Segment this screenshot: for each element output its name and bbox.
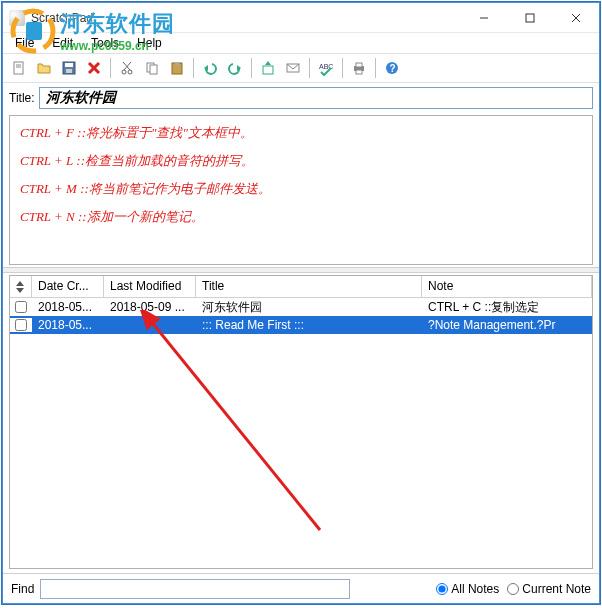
column-header-title[interactable]: Title xyxy=(196,276,422,297)
row-checkbox-cell[interactable] xyxy=(10,300,32,314)
radio-current-note-label: Current Note xyxy=(522,582,591,596)
close-button[interactable] xyxy=(553,3,599,33)
menu-help[interactable]: Help xyxy=(129,34,170,52)
cell-modified: 2018-05-09 ... xyxy=(104,299,196,315)
column-header-created[interactable]: Date Cr... xyxy=(32,276,104,297)
row-checkbox-cell[interactable] xyxy=(10,318,32,332)
radio-current-note-input[interactable] xyxy=(507,583,519,595)
note-editor[interactable]: CTRL + F ::将光标置于"查找"文本框中。CTRL + L ::检查当前… xyxy=(9,115,593,265)
svg-line-17 xyxy=(123,62,130,70)
new-note-button[interactable] xyxy=(7,56,31,80)
toolbar-separator xyxy=(193,58,194,78)
table-row[interactable]: 2018-05...::: Read Me First :::?Note Man… xyxy=(10,316,592,334)
titlebar: ScratchPad xyxy=(3,3,599,33)
column-header-modified[interactable]: Last Modified xyxy=(104,276,196,297)
svg-rect-6 xyxy=(14,62,23,74)
menu-edit[interactable]: Edit xyxy=(44,34,81,52)
cell-modified xyxy=(104,324,196,326)
maximize-button[interactable] xyxy=(507,3,553,33)
toolbar-separator xyxy=(110,58,111,78)
svg-rect-10 xyxy=(65,63,73,67)
paste-button[interactable] xyxy=(165,56,189,80)
radio-all-notes-label: All Notes xyxy=(451,582,499,596)
title-label: Title: xyxy=(9,91,35,105)
editor-line: CTRL + F ::将光标置于"查找"文本框中。 xyxy=(20,124,582,142)
open-button[interactable] xyxy=(32,56,56,80)
svg-text:?: ? xyxy=(390,63,396,74)
radio-all-notes-input[interactable] xyxy=(436,583,448,595)
copy-button[interactable] xyxy=(140,56,164,80)
find-input[interactable] xyxy=(40,579,350,599)
title-row: Title: xyxy=(3,83,599,113)
menu-tools[interactable]: Tools xyxy=(83,34,127,52)
print-button[interactable] xyxy=(347,56,371,80)
svg-rect-3 xyxy=(526,14,534,22)
row-checkbox[interactable] xyxy=(15,301,27,313)
toolbar-separator xyxy=(251,58,252,78)
app-window: ScratchPad File Edit Tools Help xyxy=(2,2,600,604)
delete-button[interactable] xyxy=(82,56,106,80)
cell-title: ::: Read Me First ::: xyxy=(196,317,422,333)
list-header: Date Cr... Last Modified Title Note xyxy=(10,276,592,298)
spellcheck-button[interactable]: ABC xyxy=(314,56,338,80)
cell-note: CTRL + C ::复制选定 xyxy=(422,298,592,317)
undo-button[interactable] xyxy=(198,56,222,80)
svg-marker-25 xyxy=(265,61,271,65)
save-button[interactable] xyxy=(57,56,81,80)
radio-current-note[interactable]: Current Note xyxy=(507,582,591,596)
find-label: Find xyxy=(11,582,34,596)
toolbar-separator xyxy=(375,58,376,78)
column-header-checkbox[interactable] xyxy=(10,276,32,297)
svg-rect-21 xyxy=(175,62,179,65)
toolbar: ABC ? xyxy=(3,53,599,83)
app-icon xyxy=(9,10,25,26)
minimize-button[interactable] xyxy=(461,3,507,33)
cell-created: 2018-05... xyxy=(32,317,104,333)
cell-created: 2018-05... xyxy=(32,299,104,315)
svg-rect-11 xyxy=(66,69,72,73)
svg-point-15 xyxy=(128,70,132,74)
import-button[interactable] xyxy=(256,56,280,80)
editor-line: CTRL + N ::添加一个新的笔记。 xyxy=(20,208,582,226)
editor-line: CTRL + M ::将当前笔记作为电子邮件发送。 xyxy=(20,180,582,198)
svg-point-14 xyxy=(122,70,126,74)
cut-button[interactable] xyxy=(115,56,139,80)
notes-list: Date Cr... Last Modified Title Note 2018… xyxy=(9,275,593,569)
window-title: ScratchPad xyxy=(31,11,461,25)
svg-line-33 xyxy=(150,320,320,530)
editor-line: CTRL + L ::检查当前加载的音符的拼写。 xyxy=(20,152,582,170)
cell-note: ?Note Management.?Pr xyxy=(422,317,592,333)
find-bar: Find All Notes Current Note xyxy=(3,573,599,603)
menubar: File Edit Tools Help xyxy=(3,33,599,53)
svg-rect-29 xyxy=(356,63,362,67)
svg-rect-30 xyxy=(356,70,362,74)
table-row[interactable]: 2018-05...2018-05-09 ...河东软件园CTRL + C ::… xyxy=(10,298,592,316)
svg-line-16 xyxy=(124,62,131,70)
svg-rect-24 xyxy=(263,66,273,74)
email-button[interactable] xyxy=(281,56,305,80)
title-input[interactable] xyxy=(39,87,593,109)
horizontal-splitter[interactable] xyxy=(3,267,599,273)
column-header-note[interactable]: Note xyxy=(422,276,592,297)
redo-button[interactable] xyxy=(223,56,247,80)
annotation-arrow xyxy=(140,310,340,540)
radio-all-notes[interactable]: All Notes xyxy=(436,582,499,596)
row-checkbox[interactable] xyxy=(15,319,27,331)
toolbar-separator xyxy=(342,58,343,78)
menu-file[interactable]: File xyxy=(7,34,42,52)
list-body: 2018-05...2018-05-09 ...河东软件园CTRL + C ::… xyxy=(10,298,592,568)
cell-title: 河东软件园 xyxy=(196,298,422,317)
help-button[interactable]: ? xyxy=(380,56,404,80)
svg-rect-19 xyxy=(150,65,157,74)
toolbar-separator xyxy=(309,58,310,78)
